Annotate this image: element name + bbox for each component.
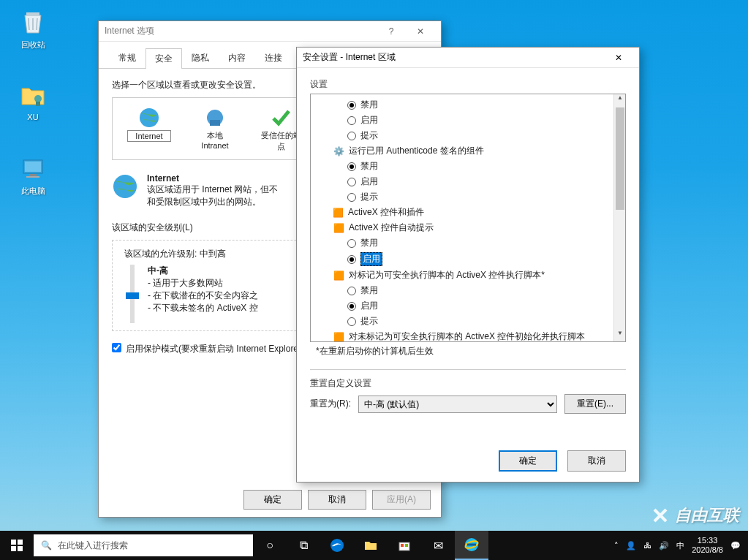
globe-icon	[112, 173, 138, 200]
watermark: 自由互联	[650, 504, 739, 526]
reset-button[interactable]: 重置(E)...	[564, 394, 626, 414]
mail-icon[interactable]: ✉	[421, 531, 455, 560]
dialog-titlebar: Internet 选项 ? ✕	[99, 21, 441, 42]
label: Internet	[127, 130, 171, 142]
svg-rect-12	[18, 540, 23, 545]
activex-icon: 🟧	[333, 222, 344, 234]
desktop-icon-this-pc[interactable]: 此电脑	[7, 154, 58, 197]
tab-security[interactable]: 安全	[146, 48, 182, 69]
tray-people-icon[interactable]: 👤	[626, 541, 636, 550]
zone-intranet[interactable]: 本地 Intranet	[193, 105, 237, 152]
desktop-icon-folder[interactable]: XU	[7, 80, 58, 121]
internet-explorer-icon[interactable]	[455, 531, 488, 560]
taskbar: 🔍 在此键入进行搜索 ○ ⧉ ✉ ˄ 👤 🖧 🔊 中 15:33 2020/8/…	[0, 531, 748, 560]
svg-point-15	[330, 539, 344, 552]
cancel-button[interactable]: 取消	[308, 490, 366, 510]
radio-disable[interactable]: 禁用	[315, 283, 621, 298]
label: 回收站	[7, 39, 58, 50]
dialog-title: Internet 选项	[105, 25, 377, 37]
radio-disable[interactable]: 禁用	[315, 235, 621, 251]
close-button[interactable]: ✕	[406, 23, 435, 40]
cancel-button[interactable]: 取消	[567, 450, 626, 472]
zone-info-line1: 该区域适用于 Internet 网站，但不	[147, 183, 278, 196]
tab-privacy[interactable]: 隐私	[182, 48, 219, 68]
scrollbar[interactable]: ▲ ▼	[613, 94, 625, 341]
globe-icon	[127, 105, 171, 130]
scrollbar-thumb[interactable]	[616, 107, 624, 210]
radio-prompt[interactable]: 提示	[315, 128, 621, 143]
tab-general[interactable]: 常规	[109, 48, 146, 68]
label: 此电脑	[7, 186, 58, 197]
level-desc-3: - 不下载未签名的 ActiveX 控	[148, 302, 258, 314]
search-placeholder: 在此键入进行搜索	[58, 540, 128, 552]
taskbar-search[interactable]: 🔍 在此键入进行搜索	[34, 534, 253, 556]
radio-prompt[interactable]: 提示	[315, 314, 621, 329]
svg-point-10	[113, 175, 137, 198]
section-activex: 🟧ActiveX 控件和插件	[315, 205, 621, 220]
svg-rect-0	[26, 12, 39, 15]
scroll-down-icon[interactable]: ▼	[614, 330, 626, 341]
protected-mode-label: 启用保护模式(要求重新启动 Internet Explorer)(P)	[126, 343, 316, 355]
task-view-icon[interactable]: ⧉	[287, 531, 320, 560]
scroll-up-icon[interactable]: ▲	[614, 94, 626, 106]
recycle-bin-icon	[18, 7, 48, 37]
search-icon: 🔍	[41, 540, 52, 550]
activex-icon: 🟧	[333, 208, 344, 218]
tray-volume-icon[interactable]: 🔊	[659, 541, 669, 550]
ok-button[interactable]: 确定	[243, 490, 302, 510]
label: 本地 Intranet	[193, 130, 237, 150]
svg-rect-17	[401, 544, 404, 547]
radio-enable[interactable]: 启用	[315, 298, 621, 314]
radio-enable[interactable]: 启用	[315, 251, 621, 268]
activex-icon: 🟧	[333, 331, 344, 343]
notifications-icon[interactable]: 💬	[730, 541, 741, 550]
ok-button[interactable]: 确定	[499, 450, 557, 472]
reset-to-select[interactable]: 中-高 (默认值)	[358, 396, 557, 413]
clock[interactable]: 15:33 2020/8/8	[692, 536, 723, 555]
category-activex-unsafe-init: 🟧对未标记为可安全执行脚本的 ActiveX 控件初始化并执行脚本	[315, 329, 621, 342]
start-button[interactable]	[0, 531, 34, 560]
zone-internet[interactable]: Internet	[127, 105, 171, 152]
folder-icon	[18, 80, 48, 110]
tab-connections[interactable]: 连接	[255, 48, 292, 68]
radio-enable[interactable]: 启用	[315, 113, 621, 128]
tab-content[interactable]: 内容	[219, 48, 255, 68]
svg-rect-6	[26, 176, 39, 178]
tray-network-icon[interactable]: 🖧	[643, 541, 651, 550]
radio-disable[interactable]: 禁用	[315, 97, 621, 113]
reset-to-label: 重置为(R):	[310, 398, 351, 410]
computer-icon	[18, 154, 48, 183]
store-icon[interactable]	[388, 531, 421, 560]
tray-chevron-icon[interactable]: ˄	[614, 541, 619, 550]
apply-button[interactable]: 应用(A)	[372, 490, 431, 510]
intranet-icon	[193, 105, 237, 130]
slider-thumb[interactable]	[126, 292, 139, 299]
file-explorer-icon[interactable]	[354, 531, 388, 560]
level-desc-2: - 在下载潜在的不安全内容之	[148, 290, 258, 302]
time: 15:33	[692, 536, 723, 545]
edge-icon[interactable]	[320, 531, 354, 560]
radio-disable[interactable]: 禁用	[315, 159, 621, 174]
activex-icon: 🟧	[333, 270, 344, 281]
desktop-icon-recycle-bin[interactable]: 回收站	[7, 7, 58, 50]
svg-rect-9	[210, 120, 220, 126]
radio-enable[interactable]: 启用	[315, 174, 621, 189]
radio-prompt[interactable]: 提示	[315, 189, 621, 205]
system-tray: ˄ 👤 🖧 🔊 中 15:33 2020/8/8 💬	[607, 536, 748, 555]
help-button[interactable]: ?	[377, 23, 406, 40]
security-settings-dialog: 安全设置 - Internet 区域 ✕ 设置 禁用 启用 提示 ⚙️运行已用 …	[296, 47, 640, 483]
protected-mode-checkbox[interactable]	[112, 343, 121, 352]
level-desc-1: - 适用于大多数网站	[148, 277, 258, 290]
svg-rect-18	[405, 544, 408, 547]
cortana-icon[interactable]: ○	[253, 531, 287, 560]
svg-rect-5	[29, 174, 37, 176]
close-button[interactable]: ✕	[604, 49, 633, 67]
windows-icon	[11, 540, 23, 551]
label: XU	[7, 113, 58, 121]
ime-indicator[interactable]: 中	[676, 540, 684, 551]
watermark-icon	[650, 505, 670, 526]
gear-icon: ⚙️	[333, 145, 344, 157]
category-activex-safe-script: 🟧对标记为可安全执行脚本的 ActiveX 控件执行脚本*	[315, 268, 621, 283]
security-slider[interactable]	[130, 265, 135, 323]
restart-note: *在重新启动你的计算机后生效	[310, 345, 626, 357]
